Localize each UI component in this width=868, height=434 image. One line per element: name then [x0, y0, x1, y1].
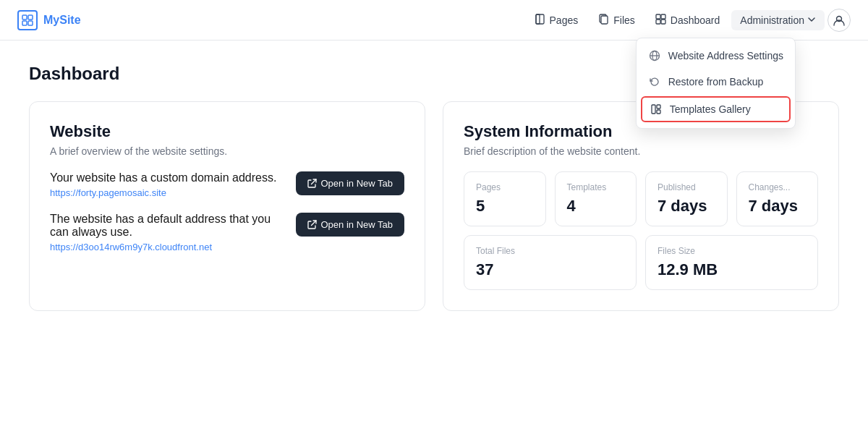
- nav-administration[interactable]: Administration: [731, 10, 825, 30]
- custom-domain-link[interactable]: https://forty.pagemosaic.site: [50, 187, 276, 198]
- dropdown-restore-label: Restore from Backup: [668, 76, 764, 88]
- restore-icon: [648, 76, 661, 88]
- svg-rect-0: [22, 15, 27, 20]
- nav-pages[interactable]: Pages: [526, 9, 587, 31]
- stat-total-files-label: Total Files: [476, 246, 624, 256]
- svg-rect-3: [28, 21, 33, 25]
- stat-pages-value: 5: [476, 197, 534, 216]
- system-info-card: System Information Brief description of …: [443, 101, 839, 311]
- administration-dropdown: Website Address Settings Restore from Ba…: [636, 38, 796, 129]
- nav-dashboard-label: Dashboard: [671, 14, 720, 26]
- svg-rect-18: [657, 110, 660, 114]
- nav-files[interactable]: Files: [590, 9, 644, 31]
- nav-pages-label: Pages: [550, 14, 579, 26]
- website-row-2-description: The website has a default address that y…: [50, 213, 284, 239]
- svg-rect-17: [657, 105, 660, 109]
- svg-rect-16: [652, 105, 655, 114]
- website-row-1-description: Your website has a custom domain address…: [50, 171, 276, 184]
- svg-rect-7: [601, 16, 608, 24]
- header: MySite Pages Files Dashboard Administrat…: [0, 0, 868, 41]
- svg-rect-2: [22, 21, 27, 25]
- dropdown-website-address-label: Website Address Settings: [668, 50, 783, 61]
- svg-rect-1: [28, 15, 33, 20]
- main-nav: Pages Files Dashboard Administration: [526, 9, 825, 31]
- stat-published: Published 7 days: [645, 171, 728, 226]
- stat-changes: Changes... 7 days: [736, 171, 819, 226]
- svg-rect-5: [536, 14, 540, 24]
- website-card: Website A brief overview of the website …: [29, 101, 425, 311]
- templates-icon: [650, 103, 663, 115]
- stat-changes-label: Changes...: [749, 182, 807, 192]
- logo-icon: [17, 10, 38, 30]
- open-default-domain-button[interactable]: Open in New Tab: [296, 213, 405, 237]
- external-link-icon-2: [307, 220, 317, 229]
- website-row-2: The website has a default address that y…: [50, 213, 404, 252]
- files-icon: [598, 14, 609, 27]
- open-custom-domain-label: Open in New Tab: [321, 178, 393, 189]
- dropdown-templates-label: Templates Gallery: [670, 103, 751, 115]
- website-card-title: Website: [50, 122, 404, 141]
- stat-total-files-value: 37: [476, 260, 624, 279]
- svg-line-19: [311, 179, 316, 184]
- stat-pages: Pages 5: [464, 171, 546, 226]
- user-avatar[interactable]: [827, 9, 851, 32]
- nav-administration-label: Administration: [740, 14, 804, 26]
- cards-row: Website A brief overview of the website …: [29, 101, 839, 311]
- open-custom-domain-button[interactable]: Open in New Tab: [296, 171, 405, 195]
- nav-files-label: Files: [613, 14, 635, 26]
- stats-row-2: Total Files 37 Files Size 12.9 MB: [464, 235, 818, 290]
- nav-dashboard[interactable]: Dashboard: [647, 9, 729, 31]
- svg-line-20: [311, 221, 316, 226]
- pages-icon: [535, 14, 545, 27]
- chevron-down-icon: [807, 14, 816, 26]
- dropdown-website-address[interactable]: Website Address Settings: [637, 43, 795, 69]
- website-row-1: Your website has a custom domain address…: [50, 171, 404, 198]
- dropdown-templates-gallery[interactable]: Templates Gallery: [641, 96, 791, 122]
- stat-changes-value: 7 days: [749, 197, 807, 216]
- stat-published-label: Published: [658, 182, 715, 192]
- stat-templates-label: Templates: [567, 182, 625, 192]
- stat-total-files: Total Files 37: [464, 235, 637, 290]
- svg-rect-10: [656, 20, 660, 24]
- stats-row-1: Pages 5 Templates 4 Published 7 days Cha…: [464, 171, 818, 226]
- svg-rect-9: [661, 14, 665, 19]
- logo-text: MySite: [43, 14, 81, 27]
- website-row-2-text: The website has a default address that y…: [50, 213, 284, 252]
- website-card-subtitle: A brief overview of the website settings…: [50, 145, 404, 157]
- logo[interactable]: MySite: [17, 10, 81, 30]
- default-domain-link[interactable]: https://d3oo14rw6m9y7k.cloudfront.net: [50, 242, 284, 252]
- website-row-1-text: Your website has a custom domain address…: [50, 171, 276, 198]
- stat-files-size: Files Size 12.9 MB: [645, 235, 818, 290]
- system-card-subtitle: Brief description of the website content…: [464, 145, 818, 157]
- stat-pages-label: Pages: [476, 182, 534, 192]
- svg-rect-11: [661, 20, 665, 24]
- stat-files-size-value: 12.9 MB: [658, 260, 806, 279]
- dashboard-icon: [655, 14, 666, 27]
- dropdown-restore-backup[interactable]: Restore from Backup: [637, 69, 795, 95]
- stat-published-value: 7 days: [658, 197, 715, 216]
- svg-rect-8: [656, 14, 660, 19]
- stat-templates: Templates 4: [555, 171, 637, 226]
- open-default-domain-label: Open in New Tab: [321, 219, 393, 230]
- external-link-icon: [307, 179, 317, 188]
- stat-files-size-label: Files Size: [658, 246, 806, 256]
- stat-templates-value: 4: [567, 197, 625, 216]
- globe-icon: [648, 50, 661, 61]
